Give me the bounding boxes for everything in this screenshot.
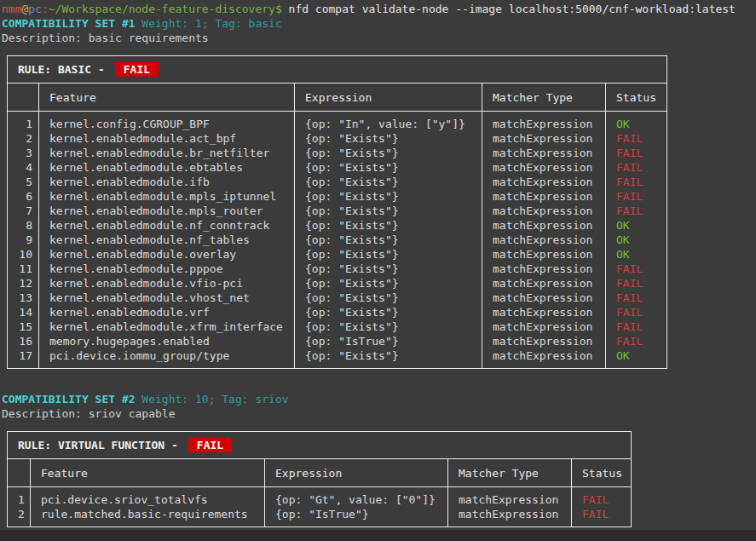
rule-status-badge: FAIL [115, 62, 159, 77]
status-cell: OK [606, 112, 667, 132]
matcher-type-cell: matchExpression [482, 131, 606, 146]
expression-cell: {op: "Exists"} [295, 247, 482, 262]
row-number: 8 [8, 218, 39, 233]
feature-cell: kernel.enabledmodule.vhost_net [39, 291, 295, 305]
column-header-row: Feature Expression Matcher Type Status [8, 459, 632, 487]
table-row: 6 kernel.enabledmodule.mpls_iptunnel {op… [8, 189, 667, 204]
matcher-type-cell: matchExpression [482, 160, 606, 175]
expression-cell: {op: "Exists"} [295, 175, 482, 189]
expression-cell: {op: "Exists"} [295, 146, 482, 160]
status-cell: OK [606, 218, 667, 233]
status-cell: FAIL [606, 319, 667, 334]
feature-cell: kernel.enabledmodule.pppoe [39, 262, 295, 276]
matcher-type-cell: matchExpression [482, 291, 606, 305]
row-number: 15 [8, 319, 39, 334]
feature-cell: kernel.enabledmodule.nf_conntrack [39, 218, 295, 233]
column-header-feature: Feature [39, 83, 295, 112]
column-header-row: Feature Expression Matcher Type Status [8, 83, 667, 112]
compatibility-set-1: COMPATIBILITY SET #1Weight: 1; Tag: basi… [2, 16, 756, 369]
status-cell: FAIL [572, 487, 632, 508]
column-header-feature: Feature [31, 459, 265, 487]
matcher-type-cell: matchExpression [482, 112, 606, 132]
feature-cell: kernel.config.CGROUP_BPF [39, 112, 295, 132]
status-cell: FAIL [572, 507, 632, 527]
row-number: 6 [8, 189, 39, 204]
feature-cell: rule.matched.basic-requirements [31, 507, 265, 527]
feature-cell: memory.hugepages.enabled [39, 334, 295, 348]
status-cell: FAIL [606, 175, 667, 189]
row-number: 16 [8, 334, 39, 348]
row-number: 3 [8, 146, 39, 160]
row-number: 2 [8, 507, 31, 527]
table-row: 1 pci.device.sriov_totalvfs {op: "Gt", v… [8, 487, 632, 508]
set-description: Description: basic requirements [2, 31, 756, 45]
set-heading: COMPATIBILITY SET #1Weight: 1; Tag: basi… [2, 16, 756, 31]
row-number: 13 [8, 291, 39, 305]
expression-cell: {op: "In", value: ["y"]} [295, 112, 482, 132]
column-header-index [8, 83, 39, 112]
table-row: 7 kernel.enabledmodule.mpls_router {op: … [8, 204, 667, 218]
row-number: 4 [8, 160, 39, 175]
row-number: 14 [8, 305, 39, 319]
table-row: 1 kernel.config.CGROUP_BPF {op: "In", va… [8, 112, 667, 132]
expression-cell: {op: "Exists"} [295, 160, 482, 175]
table-row: 11 kernel.enabledmodule.pppoe {op: "Exis… [8, 262, 667, 276]
expression-cell: {op: "IsTrue"} [295, 334, 482, 348]
column-header-matcher-type: Matcher Type [482, 83, 606, 112]
matcher-type-cell: matchExpression [482, 319, 606, 334]
matcher-type-cell: matchExpression [482, 305, 606, 319]
column-header-expression: Expression [265, 459, 448, 487]
feature-cell: kernel.enabledmodule.mpls_iptunnel [39, 189, 295, 204]
column-header-index [8, 459, 31, 487]
feature-cell: kernel.enabledmodule.br_netfilter [39, 146, 295, 160]
feature-cell: kernel.enabledmodule.vfio-pci [39, 276, 295, 291]
column-header-status: Status [606, 83, 667, 112]
row-number: 1 [8, 112, 39, 132]
set-weight-tag: Weight: 10; Tag: sriov [141, 393, 288, 406]
table-row: 8 kernel.enabledmodule.nf_conntrack {op:… [8, 218, 667, 233]
column-header-expression: Expression [295, 83, 482, 112]
row-number: 7 [8, 204, 39, 218]
rule-header-row: RULE: VIRTUAL FUNCTION -FAIL [8, 432, 632, 459]
status-cell: OK [606, 247, 667, 262]
rule-header-row: RULE: BASIC -FAIL [8, 56, 667, 83]
table-row: 3 kernel.enabledmodule.br_netfilter {op:… [8, 146, 667, 160]
prompt-hostname: pc [28, 3, 42, 15]
expression-cell: {op: "Exists"} [295, 189, 482, 204]
column-header-matcher-type: Matcher Type [448, 459, 572, 487]
matcher-type-cell: matchExpression [482, 247, 606, 262]
feature-cell: kernel.enabledmodule.act_bpf [39, 131, 295, 146]
row-number: 10 [8, 247, 39, 262]
matcher-type-cell: matchExpression [482, 262, 606, 276]
matcher-type-cell: matchExpression [482, 204, 606, 218]
set-description: Description: sriov capable [2, 406, 756, 421]
table-row: 9 kernel.enabledmodule.nf_tables {op: "E… [8, 233, 667, 247]
status-cell: FAIL [606, 334, 667, 348]
row-number: 17 [8, 348, 39, 369]
matcher-type-cell: matchExpression [482, 146, 606, 160]
matcher-type-cell: matchExpression [482, 218, 606, 233]
row-number: 5 [8, 175, 39, 189]
expression-cell: {op: "Exists"} [295, 348, 482, 369]
expression-cell: {op: "Exists"} [295, 319, 482, 334]
feature-cell: pci.device.sriov_totalvfs [31, 487, 265, 508]
status-cell: FAIL [606, 146, 667, 160]
terminal-window: nmm@pc:~/Workspace/node-feature-discover… [2, 2, 756, 527]
row-number: 11 [8, 262, 39, 276]
status-cell: FAIL [606, 262, 667, 276]
table-row: 10 kernel.enabledmodule.overlay {op: "Ex… [8, 247, 667, 262]
status-cell: FAIL [606, 160, 667, 175]
prompt-username: nmm [2, 3, 21, 15]
expression-cell: {op: "Exists"} [295, 305, 482, 319]
status-cell: OK [606, 348, 667, 369]
terminal-bottom-edge [0, 530, 756, 541]
feature-cell: kernel.enabledmodule.vrf [39, 305, 295, 319]
matcher-type-cell: matchExpression [448, 487, 572, 508]
expression-cell: {op: "Exists"} [295, 291, 482, 305]
status-cell: FAIL [606, 305, 667, 319]
expression-cell: {op: "IsTrue"} [265, 507, 448, 527]
feature-cell: kernel.enabledmodule.overlay [39, 247, 295, 262]
table-row: 2 rule.matched.basic-requirements {op: "… [8, 507, 632, 527]
feature-cell: pci.device.iommu_group/type [39, 348, 295, 369]
status-cell: OK [606, 233, 667, 247]
